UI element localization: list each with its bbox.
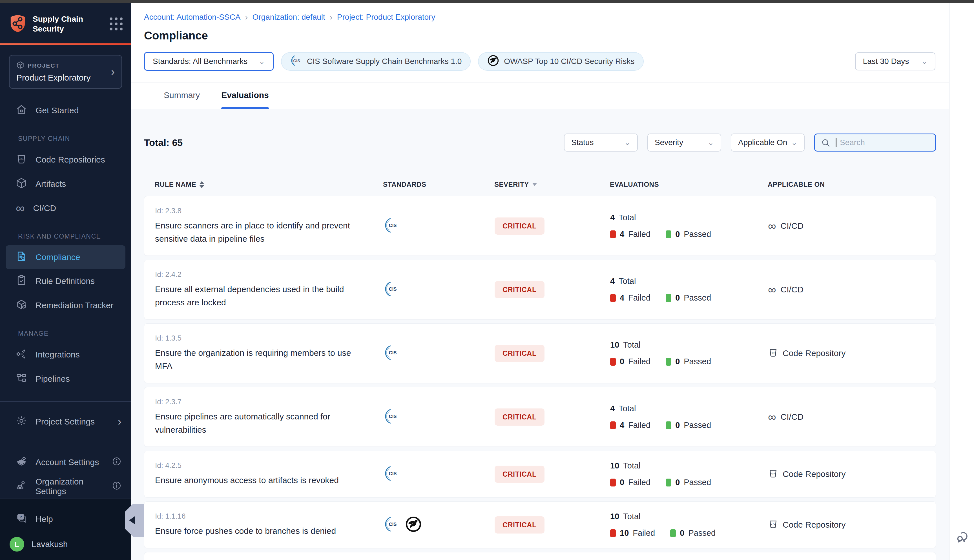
page-header: Account: Automation-SSCA › Organization:… (131, 3, 949, 83)
column-applicable-on: APPLICABLE ON (768, 180, 927, 188)
status-filter-dropdown[interactable]: Status ⌄ (564, 133, 638, 152)
severity-filter-dropdown[interactable]: Severity ⌄ (647, 133, 721, 152)
project-name: Product Exploratory (16, 73, 90, 83)
table-header: RULE NAME STANDARDS SEVERITY EVALUATIONS… (144, 177, 936, 192)
failed-marker (610, 294, 616, 302)
severity-cell: CRITICAL (495, 516, 610, 533)
app-switcher-icon[interactable] (110, 17, 123, 30)
app-logo-row: Supply Chain Security (0, 3, 131, 43)
table-row[interactable]: Id: 4.2.5 Ensure anonymous access to art… (144, 451, 936, 497)
chevron-down-icon: ⌄ (624, 138, 630, 147)
sidebar-item-cicd[interactable]: ∞ CI/CD (0, 196, 131, 220)
sidebar-item-artifacts[interactable]: Artifacts (0, 172, 131, 196)
sidebar-item-compliance[interactable]: Compliance (6, 245, 125, 269)
cis-logo-icon: CIS (383, 465, 401, 483)
text-caret (836, 138, 836, 147)
rule-cell: Id: 2.4.2 Ensure all external dependenci… (155, 270, 383, 309)
evaluations-cell: 4Total 4Failed 0Passed (610, 404, 768, 430)
chip-owasp-top10[interactable]: OWASP Top 10 CI/CD Security Risks (478, 52, 644, 71)
info-icon[interactable] (112, 457, 122, 468)
sidebar-item-organization-settings[interactable]: Organization Settings (0, 474, 131, 498)
sidebar-item-remediation-tracker[interactable]: Remediation Tracker (0, 293, 131, 317)
sidebar-item-project-settings[interactable]: Project Settings › (0, 410, 131, 434)
svg-text:CIS: CIS (389, 471, 397, 476)
evaluations-cell: 4Total 4Failed 0Passed (610, 277, 768, 303)
infinity-icon: ∞ (768, 286, 776, 293)
passed-marker (665, 358, 671, 366)
breadcrumb-project[interactable]: Project: Product Exploratory (337, 13, 435, 22)
cis-logo-icon: CIS (383, 280, 401, 299)
total-count: Total: 65 (144, 137, 183, 148)
sidebar-item-pipelines[interactable]: Pipelines (0, 367, 131, 391)
sidebar-item-code-repositories[interactable]: </> Code Repositories (0, 148, 131, 172)
section-manage: MANAGE (0, 317, 131, 343)
svg-text:</>: </> (771, 351, 775, 354)
search-box (814, 133, 936, 152)
standards-cell: CIS (383, 280, 495, 299)
breadcrumb-account[interactable]: Account: Automation-SSCA (144, 13, 240, 22)
table-row[interactable]: Id: 1.3.5 Ensure the organization is req… (144, 323, 936, 383)
applicable-on-cell: </> Code Repository (768, 519, 927, 531)
avatar: L (10, 537, 24, 552)
sidebar-item-rule-definitions[interactable]: Rule Definitions (0, 269, 131, 293)
divider (0, 401, 131, 402)
date-range-dropdown[interactable]: Last 30 Days ⌄ (855, 52, 936, 70)
applicable-on-cell: ∞ CI/CD (768, 285, 927, 294)
failed-marker (610, 529, 616, 537)
filters-row: Standards: All Benchmarks ⌄ CIS CIS Soft… (144, 52, 936, 71)
severity-badge: CRITICAL (495, 217, 544, 235)
window-top-bar (0, 0, 974, 3)
table-row[interactable]: Id: 1.1.16 Ensure force pushes code to b… (144, 502, 936, 548)
applicable-on-filter-dropdown[interactable]: Applicable On ⌄ (731, 133, 805, 152)
rule-cell: Id: 2.3.8 Ensure scanners are in place t… (155, 207, 383, 245)
table-row[interactable]: Id: 2.4.2 Ensure all external dependenci… (144, 260, 936, 320)
chevron-right-icon: › (111, 67, 115, 77)
table-row[interactable]: Id: 2.3.8 Ensure scanners are in place t… (144, 196, 936, 256)
user-menu[interactable]: L Lavakush (0, 529, 131, 552)
owasp-logo-icon (487, 54, 499, 69)
info-icon[interactable] (112, 481, 122, 492)
column-severity[interactable]: SEVERITY (494, 180, 610, 188)
tab-evaluations[interactable]: Evaluations (220, 85, 270, 109)
passed-marker (665, 294, 671, 302)
box-patch-icon (16, 299, 27, 312)
chevron-down-icon: ⌄ (791, 138, 797, 147)
chevron-right-icon: › (118, 416, 122, 427)
code-repository-icon: </> (16, 153, 27, 167)
rule-cell: Id: 1.1.16 Ensure force pushes code to b… (155, 512, 383, 538)
support-chat-icon[interactable] (955, 530, 970, 546)
brand-divider (0, 43, 131, 45)
sidebar-item-help[interactable]: ? Help (0, 509, 131, 529)
clipboard-check-icon (16, 275, 27, 288)
sidebar-item-account-settings[interactable]: Account Settings (0, 450, 131, 474)
passed-marker (665, 230, 671, 238)
passed-marker (670, 529, 676, 537)
infinity-icon: ∞ (768, 413, 776, 420)
table-row[interactable]: Id: 2.3.7 Ensure pipelines are automatic… (144, 387, 936, 447)
project-selector[interactable]: PROJECT Product Exploratory › (9, 55, 122, 89)
svg-text:CIS: CIS (389, 414, 397, 419)
search-input[interactable] (814, 133, 936, 152)
sidebar-item-get-started[interactable]: Get Started (0, 98, 131, 123)
severity-badge: CRITICAL (495, 281, 544, 298)
sidebar-item-integrations[interactable]: Integrations (0, 343, 131, 367)
column-rule-name[interactable]: RULE NAME (155, 180, 383, 188)
svg-text:CIS: CIS (389, 287, 397, 292)
page-title: Compliance (144, 29, 936, 42)
standards-dropdown[interactable]: Standards: All Benchmarks ⌄ (144, 52, 274, 71)
applicable-on-cell: ∞ CI/CD (768, 412, 927, 422)
rule-cell: Id: 4.2.5 Ensure anonymous access to art… (155, 461, 383, 487)
chip-cis-benchmark[interactable]: CIS CIS Software Supply Chain Benchmarks… (281, 52, 471, 71)
table-row[interactable]: Id: 1.1.17 Ensure branch deletions are d… (144, 552, 936, 560)
layers-gear-icon (16, 456, 27, 469)
severity-cell: CRITICAL (495, 281, 610, 298)
tab-summary[interactable]: Summary (162, 85, 202, 109)
svg-text:?: ? (20, 515, 22, 519)
standards-cell: CIS (383, 515, 495, 534)
main-area: Account: Automation-SSCA › Organization:… (131, 3, 949, 560)
evaluations-cell: 10Total 0Failed 0Passed (610, 340, 768, 366)
column-standards: STANDARDS (383, 180, 494, 188)
breadcrumb-organization[interactable]: Organization: default (252, 13, 325, 22)
passed-marker (665, 478, 671, 487)
chevron-right-icon: › (330, 12, 333, 22)
